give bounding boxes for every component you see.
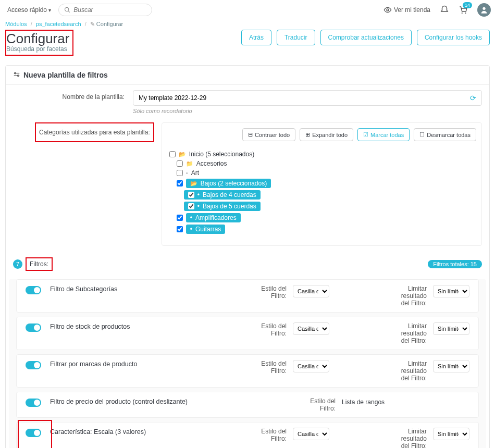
tree-checkbox[interactable]	[169, 151, 176, 157]
svg-line-1	[68, 11, 70, 13]
filter-limit-select[interactable]: Sin límite	[433, 285, 469, 297]
filter-row: Filtro de SubcategoríasEstilo delFiltro:…	[16, 279, 479, 313]
dot-icon: •	[190, 214, 192, 221]
filter-row: Característica: Escala (3 valores)Estilo…	[16, 422, 479, 448]
dot-icon: •	[190, 226, 192, 233]
template-name-help: Sólo como recordatorio	[133, 108, 482, 114]
translate-button[interactable]: Traducir	[277, 30, 315, 45]
filters-total-badge: Filtros totales: 15	[428, 260, 482, 268]
page-title: Configurar	[6, 32, 69, 45]
filter-limit-select[interactable]: Sin límite	[433, 428, 469, 440]
collapse-all-button[interactable]: ⊟Contraer todo	[242, 128, 295, 141]
dot-icon: •	[197, 191, 200, 198]
tree-root[interactable]: 📂 Inicio (5 seleccionados)	[169, 150, 474, 159]
tree-label: Accesorios	[196, 160, 227, 167]
breadcrumb-page: Configurar	[96, 21, 123, 27]
uncheck-all-button[interactable]: ☐Desmarcar todas	[414, 128, 476, 141]
person-icon	[480, 6, 488, 14]
tree-checkbox[interactable]	[177, 226, 183, 232]
tree-checkbox[interactable]	[188, 203, 194, 209]
tree-item-bajos[interactable]: 📂Bajos (2 seleccionados)	[177, 178, 474, 189]
check-updates-button[interactable]: Comprobar actualizaciones	[320, 30, 412, 45]
filter-style-label: Estilo delFiltro:	[247, 397, 336, 412]
filter-name: Filtro de precio del producto (control d…	[50, 397, 241, 405]
search-input[interactable]	[73, 6, 146, 14]
filter-style-label: Estilo delFiltro:	[198, 322, 287, 337]
filters-label: Filtros:	[26, 257, 53, 271]
tree-checkbox[interactable]	[177, 170, 183, 176]
tree-item-art[interactable]: • Art	[177, 168, 474, 178]
svg-point-0	[65, 7, 68, 11]
tree-item-bajos5[interactable]: •Bajos de 5 cuerdas	[184, 201, 474, 212]
tree-label: Guitarras	[195, 226, 221, 233]
cart-icon[interactable]: 14	[459, 5, 468, 15]
template-name-input[interactable]	[139, 94, 470, 102]
filter-row: Filtro de precio del producto (control d…	[16, 392, 479, 418]
view-shop-link[interactable]: Ver mi tienda	[383, 6, 430, 14]
tree-item-accesorios[interactable]: 📁 Accesorios	[177, 159, 474, 168]
tree-label: Bajos de 4 cuerdas	[203, 191, 256, 198]
filter-limit-select[interactable]: Sin límite	[433, 322, 469, 335]
filter-style-select[interactable]: Casilla de	[293, 322, 329, 335]
notifications-icon[interactable]	[440, 5, 449, 15]
breadcrumb-modules[interactable]: Módulos	[5, 21, 27, 27]
eye-icon	[383, 6, 392, 14]
search-icon	[64, 6, 70, 14]
filter-toggle[interactable]	[26, 399, 41, 407]
filter-style-static: Lista de rangos	[342, 397, 472, 406]
filter-limit-label: Limitarresultadodel Filtro:	[338, 285, 427, 307]
view-shop-label: Ver mi tienda	[394, 6, 430, 14]
check-all-button[interactable]: ☑Marcar todas	[357, 128, 410, 141]
panel-heading: Nueva plantilla de filtros	[6, 66, 489, 85]
tree-item-guitarras[interactable]: •Guitarras	[177, 223, 474, 235]
page-subtitle: Búsqueda por facetas	[6, 45, 69, 53]
language-icon[interactable]: ⟳	[470, 94, 476, 102]
tree-checkbox[interactable]	[188, 192, 194, 198]
search-box[interactable]	[58, 4, 152, 16]
breadcrumb: Módulos / ps_facetedsearch / ✎ Configura…	[0, 20, 495, 29]
template-name-label: Nombre de la plantilla:	[13, 90, 133, 114]
filter-limit-label: Limitarresultadodel Filtro:	[338, 322, 427, 344]
configure-hooks-button[interactable]: Configurar los hooks	[417, 30, 490, 45]
dot-icon: •	[197, 203, 200, 210]
cart-badge: 14	[463, 2, 472, 8]
folder-icon: 📁	[186, 160, 193, 167]
filter-toggle[interactable]	[26, 361, 41, 369]
filter-toggle[interactable]	[26, 323, 41, 332]
filter-name: Filtro de stock de productos	[50, 322, 192, 330]
filter-name: Filtro de Subcategorías	[50, 285, 192, 293]
quick-access-menu[interactable]: Acceso rápido	[4, 4, 54, 16]
filter-limit-label: Limitarresultadodel Filtro:	[338, 428, 427, 448]
user-avatar[interactable]	[477, 3, 491, 17]
tree-item-bajos4[interactable]: •Bajos de 4 cuerdas	[184, 189, 474, 201]
filter-row: Filtro de stock de productosEstilo delFi…	[16, 317, 479, 350]
tree-checkbox[interactable]	[177, 215, 183, 221]
svg-point-3	[462, 13, 463, 14]
settings-icon	[13, 71, 20, 79]
filter-style-label: Estilo delFiltro:	[198, 285, 287, 300]
filters-count-badge: 7	[13, 259, 22, 269]
filter-style-select[interactable]: Casilla de	[293, 285, 329, 297]
back-button[interactable]: Atrás	[241, 30, 271, 45]
svg-point-4	[465, 13, 466, 14]
folder-open-icon: 📂	[190, 180, 197, 187]
tree-label: Amplificadores	[195, 214, 237, 221]
filter-style-select[interactable]: Casilla de	[293, 360, 329, 372]
svg-point-2	[387, 9, 389, 11]
filter-style-label: Estilo delFiltro:	[198, 428, 287, 442]
filter-style-label: Estilo delFiltro:	[198, 360, 287, 375]
categories-label: Categorías utilizadas para esta plantill…	[35, 122, 154, 142]
filter-toggle[interactable]	[26, 286, 41, 294]
tree-checkbox[interactable]	[177, 160, 183, 167]
filter-name: Característica: Escala (3 valores)	[50, 428, 192, 435]
filter-name: Filtrar por marcas de producto	[50, 360, 192, 368]
tree-label: Bajos de 5 cuerdas	[203, 203, 256, 210]
expand-all-button[interactable]: ⊞Expandir todo	[300, 128, 353, 141]
breadcrumb-module[interactable]: ps_facetedsearch	[36, 21, 81, 27]
filter-limit-select[interactable]: Sin límite	[433, 360, 469, 372]
filter-style-select[interactable]: Casilla de	[293, 428, 329, 440]
filter-toggle[interactable]	[26, 429, 41, 437]
tree-item-amplificadores[interactable]: •Amplificadores	[177, 212, 474, 223]
filter-row: Filtrar por marcas de productoEstilo del…	[16, 354, 479, 388]
tree-checkbox[interactable]	[177, 180, 183, 186]
